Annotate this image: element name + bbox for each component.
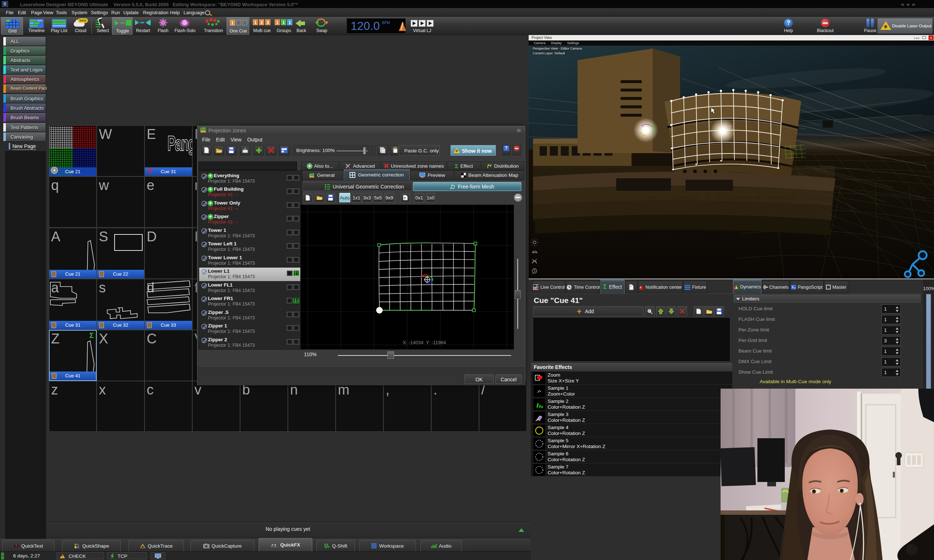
svg-text:L2: L2 — [726, 124, 731, 130]
svg-text:THE SOLOMON R GUGGENHEIM M: THE SOLOMON R GUGGENHEIM MUSEUM — [649, 196, 796, 199]
svg-text:FX: FX — [271, 543, 277, 547]
svg-text:X: -14034 Y: -11964: X: -14034 Y: -11964 — [403, 340, 446, 345]
svg-text:#: # — [404, 196, 406, 200]
svg-text:Current Layer: Default: Current Layer: Default — [533, 51, 565, 55]
svg-text:Perspective View - Editor Came: Perspective View - Editor Camera — [533, 47, 582, 50]
